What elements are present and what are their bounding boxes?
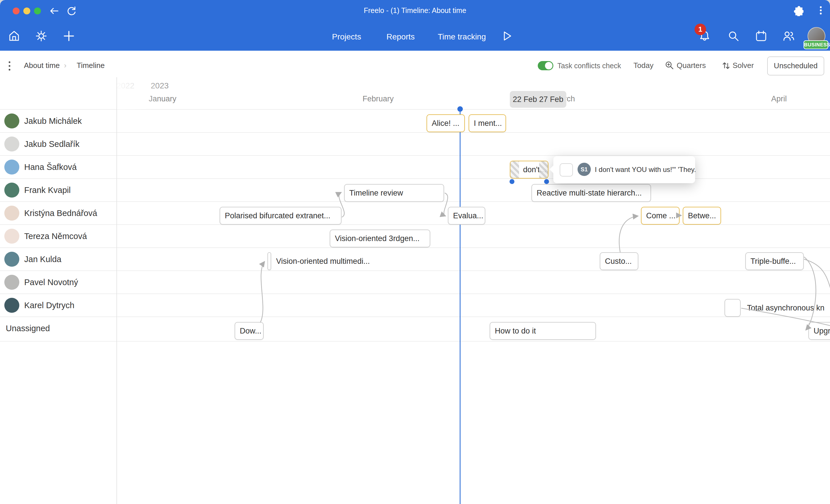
month-february: February	[362, 95, 394, 103]
add-plus-icon[interactable]	[63, 30, 75, 42]
avatar	[4, 113, 19, 129]
dependency-arrows	[0, 0, 830, 504]
task-label: How to do it	[490, 323, 596, 339]
today-button[interactable]: Today	[634, 61, 653, 70]
task-bar[interactable]: Vision-oriented 3rdgen...	[330, 230, 430, 247]
home-icon[interactable]	[8, 30, 20, 42]
person-row[interactable]: Frank Kvapil	[0, 178, 117, 202]
task-bar[interactable]: Polarised bifurcated extranet...	[220, 207, 342, 225]
person-row[interactable]: Jan Kulda	[0, 248, 117, 271]
task-label: Alice! ...	[427, 115, 464, 132]
nav-time-tracking[interactable]: Time tracking	[438, 32, 486, 41]
month-april: April	[771, 95, 787, 103]
breadcrumb-chevron-icon: ›	[64, 61, 67, 70]
person-row[interactable]: Jakub Sedlařík	[0, 132, 117, 156]
avatar	[4, 298, 19, 313]
task-bar[interactable]: Evalua...	[448, 207, 485, 225]
task-label: Timeline review	[345, 184, 444, 201]
resize-handle-left[interactable]	[510, 179, 514, 184]
person-name: Frank Kvapil	[24, 178, 71, 202]
play-timer-icon[interactable]	[501, 30, 513, 42]
resize-hatch-left[interactable]	[510, 161, 519, 178]
person-name: Unassigned	[6, 317, 50, 340]
person-name: Pavel Novotný	[24, 271, 78, 294]
person-row[interactable]: Pavel Novotný	[0, 271, 117, 294]
person-row[interactable]: Jakub Michálek	[0, 109, 117, 132]
person-row[interactable]: Hana Šafková	[0, 156, 117, 178]
task-bar[interactable]: Upgr...	[808, 322, 830, 340]
panel-divider	[117, 77, 117, 504]
task-conflicts-toggle[interactable]	[538, 61, 553, 70]
extensions-puzzle-icon[interactable]	[792, 5, 803, 16]
person-name: Kristýna Bednářová	[24, 202, 97, 225]
task-bar-small[interactable]	[725, 299, 741, 317]
resize-hatch-right[interactable]	[539, 161, 548, 178]
avatar	[4, 160, 19, 174]
person-row[interactable]: Kristýna Bednářová	[0, 202, 117, 225]
quarters-zoom-icon	[665, 61, 674, 70]
person-name: Jakub Sedlařík	[24, 132, 79, 156]
browser-menu-icon[interactable]	[815, 5, 827, 16]
task-label: Dow...	[235, 323, 263, 339]
task-conflicts-label: Task conflicts check	[557, 62, 621, 70]
today-line	[460, 108, 460, 504]
avatar	[4, 206, 19, 221]
person-name: Karel Dytrych	[24, 294, 74, 317]
breadcrumb-project[interactable]: About time	[24, 61, 60, 70]
task-label: Betwe...	[683, 207, 721, 224]
task-bar[interactable]: Alice! ...	[426, 114, 465, 132]
task-bar[interactable]: Custo...	[600, 252, 638, 270]
window-title: Freelo - (1) Timeline: About time	[0, 6, 830, 15]
task-bar[interactable]: Timeline review	[344, 184, 444, 202]
person-name: Jakub Michálek	[24, 109, 82, 132]
person-name: Hana Šafková	[24, 156, 77, 178]
avatar	[4, 252, 19, 267]
task-bar-narrow[interactable]	[267, 252, 271, 270]
avatar	[4, 136, 19, 152]
task-bar[interactable]: I ment...	[469, 114, 506, 132]
calendar-icon[interactable]	[755, 30, 767, 42]
task-bar[interactable]: Dow...	[234, 322, 264, 340]
task-bar-selected[interactable]: don't...	[510, 161, 548, 178]
task-label: Reactive multi-state hierarch...	[532, 184, 650, 201]
nav-projects[interactable]: Projects	[332, 32, 361, 41]
task-label: Evalua...	[448, 207, 485, 224]
task-label: Polarised bifurcated extranet...	[220, 207, 341, 224]
team-members-icon[interactable]	[783, 30, 795, 42]
tooltip-task-title: I don't want YOU with us!"' 'They.	[595, 156, 696, 183]
person-row[interactable]: Tereza Němcová	[0, 225, 117, 248]
solver-button[interactable]: Solver	[733, 61, 754, 70]
person-name: Jan Kulda	[24, 248, 61, 271]
timeline-left-fade	[117, 77, 160, 109]
plan-badge: BUSINESS	[803, 40, 828, 49]
avatar	[4, 275, 19, 290]
task-label: Come ...	[641, 207, 679, 224]
task-bar[interactable]: How to do it	[490, 322, 596, 340]
solver-sort-icon	[721, 61, 731, 70]
top-bar: Freelo - (1) Timeline: About time Projec…	[0, 0, 830, 51]
settings-gear-icon[interactable]	[35, 30, 47, 42]
avatar	[4, 182, 19, 198]
today-marker-dot[interactable]	[457, 106, 463, 112]
task-bar[interactable]: Triple-buffe...	[745, 252, 804, 270]
task-checkbox[interactable]	[560, 163, 573, 176]
task-bar[interactable]: Come ...	[641, 207, 679, 225]
breadcrumb-page: Timeline	[77, 61, 105, 70]
person-row[interactable]: Karel Dytrych	[0, 294, 117, 317]
nav-reports[interactable]: Reports	[386, 32, 415, 41]
notification-count-badge: 1	[695, 24, 706, 35]
person-name: Tereza Němcová	[24, 225, 87, 248]
unscheduled-button[interactable]: Unscheduled	[767, 57, 824, 75]
timeline-options-kebab-icon[interactable]	[9, 59, 11, 73]
person-row-unassigned[interactable]: Unassigned	[0, 317, 117, 340]
task-bar[interactable]: Betwe...	[683, 207, 721, 225]
quarters-button[interactable]: Quarters	[677, 61, 706, 70]
search-icon[interactable]	[727, 30, 739, 42]
task-label: Vision-oriented 3rdgen...	[330, 230, 430, 247]
sprint-avatar: S1	[578, 163, 591, 176]
app-window: Freelo - (1) Timeline: About time Projec…	[0, 0, 830, 504]
task-bar[interactable]: Reactive multi-state hierarch...	[532, 184, 651, 202]
task-label: Triple-buffe...	[746, 253, 803, 270]
resize-handle-right[interactable]	[544, 179, 549, 184]
task-label: Custo...	[600, 253, 638, 270]
